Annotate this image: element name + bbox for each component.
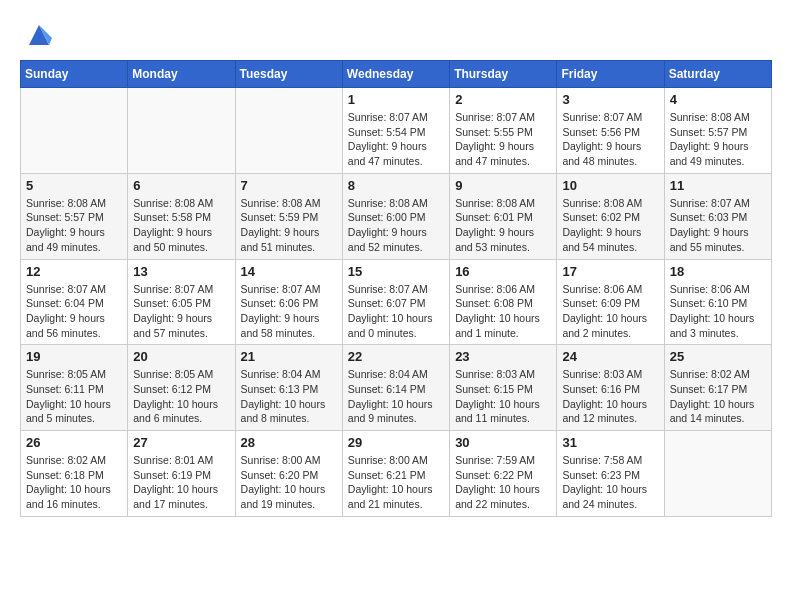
day-info: Sunrise: 8:02 AM Sunset: 6:18 PM Dayligh… (26, 453, 122, 512)
calendar-cell (664, 431, 771, 517)
day-number: 21 (241, 349, 337, 364)
calendar-cell: 8Sunrise: 8:08 AM Sunset: 6:00 PM Daylig… (342, 173, 449, 259)
header-day-monday: Monday (128, 61, 235, 88)
calendar-cell: 14Sunrise: 8:07 AM Sunset: 6:06 PM Dayli… (235, 259, 342, 345)
day-info: Sunrise: 8:08 AM Sunset: 6:01 PM Dayligh… (455, 196, 551, 255)
calendar-cell: 24Sunrise: 8:03 AM Sunset: 6:16 PM Dayli… (557, 345, 664, 431)
calendar-cell: 16Sunrise: 8:06 AM Sunset: 6:08 PM Dayli… (450, 259, 557, 345)
day-number: 1 (348, 92, 444, 107)
calendar-cell: 25Sunrise: 8:02 AM Sunset: 6:17 PM Dayli… (664, 345, 771, 431)
calendar-cell: 29Sunrise: 8:00 AM Sunset: 6:21 PM Dayli… (342, 431, 449, 517)
day-info: Sunrise: 8:06 AM Sunset: 6:09 PM Dayligh… (562, 282, 658, 341)
day-number: 8 (348, 178, 444, 193)
day-info: Sunrise: 8:06 AM Sunset: 6:08 PM Dayligh… (455, 282, 551, 341)
day-info: Sunrise: 8:07 AM Sunset: 6:06 PM Dayligh… (241, 282, 337, 341)
day-number: 24 (562, 349, 658, 364)
day-number: 3 (562, 92, 658, 107)
day-number: 17 (562, 264, 658, 279)
calendar-cell: 3Sunrise: 8:07 AM Sunset: 5:56 PM Daylig… (557, 88, 664, 174)
day-number: 10 (562, 178, 658, 193)
day-info: Sunrise: 8:07 AM Sunset: 5:56 PM Dayligh… (562, 110, 658, 169)
day-info: Sunrise: 8:07 AM Sunset: 6:04 PM Dayligh… (26, 282, 122, 341)
logo (20, 20, 54, 50)
day-number: 20 (133, 349, 229, 364)
day-info: Sunrise: 8:07 AM Sunset: 5:54 PM Dayligh… (348, 110, 444, 169)
week-row-4: 26Sunrise: 8:02 AM Sunset: 6:18 PM Dayli… (21, 431, 772, 517)
calendar-cell: 6Sunrise: 8:08 AM Sunset: 5:58 PM Daylig… (128, 173, 235, 259)
day-number: 22 (348, 349, 444, 364)
day-info: Sunrise: 8:06 AM Sunset: 6:10 PM Dayligh… (670, 282, 766, 341)
calendar-header: SundayMondayTuesdayWednesdayThursdayFrid… (21, 61, 772, 88)
day-number: 30 (455, 435, 551, 450)
header-day-saturday: Saturday (664, 61, 771, 88)
day-info: Sunrise: 8:08 AM Sunset: 5:57 PM Dayligh… (670, 110, 766, 169)
day-number: 2 (455, 92, 551, 107)
calendar-cell: 31Sunrise: 7:58 AM Sunset: 6:23 PM Dayli… (557, 431, 664, 517)
header-day-friday: Friday (557, 61, 664, 88)
day-info: Sunrise: 7:58 AM Sunset: 6:23 PM Dayligh… (562, 453, 658, 512)
day-number: 7 (241, 178, 337, 193)
day-number: 31 (562, 435, 658, 450)
day-number: 28 (241, 435, 337, 450)
day-number: 26 (26, 435, 122, 450)
day-info: Sunrise: 8:05 AM Sunset: 6:11 PM Dayligh… (26, 367, 122, 426)
week-row-3: 19Sunrise: 8:05 AM Sunset: 6:11 PM Dayli… (21, 345, 772, 431)
day-info: Sunrise: 8:08 AM Sunset: 5:57 PM Dayligh… (26, 196, 122, 255)
calendar-cell: 28Sunrise: 8:00 AM Sunset: 6:20 PM Dayli… (235, 431, 342, 517)
page-header (20, 20, 772, 50)
calendar-cell: 2Sunrise: 8:07 AM Sunset: 5:55 PM Daylig… (450, 88, 557, 174)
calendar-cell: 1Sunrise: 8:07 AM Sunset: 5:54 PM Daylig… (342, 88, 449, 174)
day-info: Sunrise: 8:08 AM Sunset: 6:02 PM Dayligh… (562, 196, 658, 255)
header-day-wednesday: Wednesday (342, 61, 449, 88)
calendar-cell: 19Sunrise: 8:05 AM Sunset: 6:11 PM Dayli… (21, 345, 128, 431)
week-row-1: 5Sunrise: 8:08 AM Sunset: 5:57 PM Daylig… (21, 173, 772, 259)
day-number: 29 (348, 435, 444, 450)
calendar-cell: 18Sunrise: 8:06 AM Sunset: 6:10 PM Dayli… (664, 259, 771, 345)
day-info: Sunrise: 8:05 AM Sunset: 6:12 PM Dayligh… (133, 367, 229, 426)
day-number: 13 (133, 264, 229, 279)
day-number: 11 (670, 178, 766, 193)
day-info: Sunrise: 8:03 AM Sunset: 6:16 PM Dayligh… (562, 367, 658, 426)
calendar-cell: 11Sunrise: 8:07 AM Sunset: 6:03 PM Dayli… (664, 173, 771, 259)
day-info: Sunrise: 8:02 AM Sunset: 6:17 PM Dayligh… (670, 367, 766, 426)
day-number: 12 (26, 264, 122, 279)
calendar-cell (235, 88, 342, 174)
day-info: Sunrise: 7:59 AM Sunset: 6:22 PM Dayligh… (455, 453, 551, 512)
day-number: 23 (455, 349, 551, 364)
day-info: Sunrise: 8:00 AM Sunset: 6:20 PM Dayligh… (241, 453, 337, 512)
header-day-tuesday: Tuesday (235, 61, 342, 88)
calendar-cell: 23Sunrise: 8:03 AM Sunset: 6:15 PM Dayli… (450, 345, 557, 431)
day-info: Sunrise: 8:08 AM Sunset: 5:58 PM Dayligh… (133, 196, 229, 255)
header-row: SundayMondayTuesdayWednesdayThursdayFrid… (21, 61, 772, 88)
calendar-cell: 26Sunrise: 8:02 AM Sunset: 6:18 PM Dayli… (21, 431, 128, 517)
day-info: Sunrise: 8:08 AM Sunset: 5:59 PM Dayligh… (241, 196, 337, 255)
day-number: 15 (348, 264, 444, 279)
calendar-cell: 9Sunrise: 8:08 AM Sunset: 6:01 PM Daylig… (450, 173, 557, 259)
calendar-cell: 30Sunrise: 7:59 AM Sunset: 6:22 PM Dayli… (450, 431, 557, 517)
calendar-cell: 5Sunrise: 8:08 AM Sunset: 5:57 PM Daylig… (21, 173, 128, 259)
day-info: Sunrise: 8:07 AM Sunset: 5:55 PM Dayligh… (455, 110, 551, 169)
day-info: Sunrise: 8:00 AM Sunset: 6:21 PM Dayligh… (348, 453, 444, 512)
day-number: 14 (241, 264, 337, 279)
calendar-cell: 15Sunrise: 8:07 AM Sunset: 6:07 PM Dayli… (342, 259, 449, 345)
day-number: 18 (670, 264, 766, 279)
calendar-cell: 17Sunrise: 8:06 AM Sunset: 6:09 PM Dayli… (557, 259, 664, 345)
calendar-cell: 12Sunrise: 8:07 AM Sunset: 6:04 PM Dayli… (21, 259, 128, 345)
header-day-sunday: Sunday (21, 61, 128, 88)
day-number: 4 (670, 92, 766, 107)
calendar-cell: 22Sunrise: 8:04 AM Sunset: 6:14 PM Dayli… (342, 345, 449, 431)
day-number: 6 (133, 178, 229, 193)
calendar-table: SundayMondayTuesdayWednesdayThursdayFrid… (20, 60, 772, 517)
day-number: 19 (26, 349, 122, 364)
calendar-cell (128, 88, 235, 174)
calendar-body: 1Sunrise: 8:07 AM Sunset: 5:54 PM Daylig… (21, 88, 772, 517)
day-number: 27 (133, 435, 229, 450)
calendar-cell (21, 88, 128, 174)
calendar-cell: 4Sunrise: 8:08 AM Sunset: 5:57 PM Daylig… (664, 88, 771, 174)
day-info: Sunrise: 8:01 AM Sunset: 6:19 PM Dayligh… (133, 453, 229, 512)
week-row-0: 1Sunrise: 8:07 AM Sunset: 5:54 PM Daylig… (21, 88, 772, 174)
calendar-cell: 20Sunrise: 8:05 AM Sunset: 6:12 PM Dayli… (128, 345, 235, 431)
day-number: 16 (455, 264, 551, 279)
day-info: Sunrise: 8:03 AM Sunset: 6:15 PM Dayligh… (455, 367, 551, 426)
calendar-cell: 27Sunrise: 8:01 AM Sunset: 6:19 PM Dayli… (128, 431, 235, 517)
